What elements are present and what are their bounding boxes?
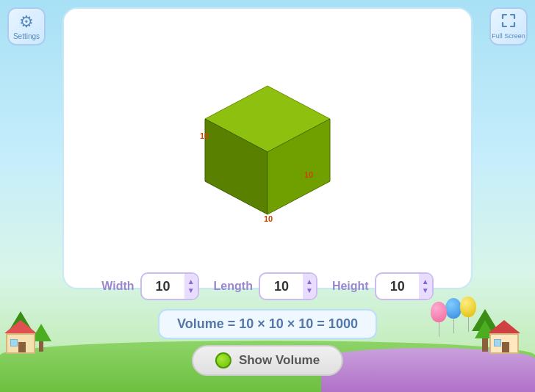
length-spinner[interactable]: 10 ▲ ▼ [259,272,317,300]
length-value: 10 [260,279,303,294]
cube-display: 10 10 10 [187,68,348,229]
length-down-arrow[interactable]: ▼ [306,286,313,295]
fullscreen-button[interactable]: Full Screen [489,7,528,46]
show-volume-label: Show Volume [239,353,320,368]
width-up-arrow[interactable]: ▲ [187,277,195,286]
gear-icon: ⚙ [19,12,34,32]
balloon-pink [431,302,447,337]
height-control: Height 10 ▲ ▼ [332,272,434,300]
main-card: 10 10 10 [62,7,473,289]
house-left [6,320,37,354]
volume-formula: Volume = 10 × 10 × 10 = 1000 [158,309,377,339]
house-right [489,320,520,354]
dim-label-left: 10 [200,131,209,140]
length-control: Length 10 ▲ ▼ [214,272,317,300]
height-down-arrow[interactable]: ▼ [422,286,429,295]
height-spinner[interactable]: 10 ▲ ▼ [375,272,434,300]
height-up-arrow[interactable]: ▲ [422,277,429,286]
ground-purple [321,348,535,392]
length-label: Length [214,280,253,293]
controls-area: Width 10 ▲ ▼ Length 10 ▲ ▼ Height 10 ▲ ▼ [0,272,535,300]
balloon-blue [445,298,462,333]
dim-label-right: 10 [304,170,313,179]
height-label: Height [332,280,369,293]
width-control: Width 10 ▲ ▼ [101,272,198,300]
width-value: 10 [142,279,184,294]
width-down-arrow[interactable]: ▼ [187,286,195,295]
fullscreen-label: Full Screen [492,32,525,40]
width-arrows[interactable]: ▲ ▼ [184,274,198,299]
settings-label: Settings [13,32,40,40]
settings-button[interactable]: ⚙ Settings [7,7,46,46]
length-up-arrow[interactable]: ▲ [306,277,313,286]
green-indicator [215,352,231,369]
height-value: 10 [376,279,419,294]
length-arrows[interactable]: ▲ ▼ [303,274,316,299]
balloon-yellow [460,297,476,332]
dim-label-bottom: 10 [264,214,273,223]
show-volume-button[interactable]: Show Volume [192,345,343,376]
fullscreen-icon [501,13,516,32]
height-arrows[interactable]: ▲ ▼ [419,274,432,299]
width-spinner[interactable]: 10 ▲ ▼ [140,272,199,300]
width-label: Width [101,280,134,293]
